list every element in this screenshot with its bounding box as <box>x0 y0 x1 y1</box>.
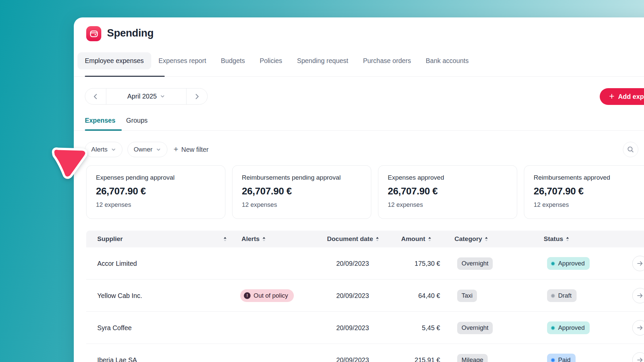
category-badge: Mileage <box>457 354 488 362</box>
tab-employee-expenses[interactable]: Employee expenses <box>77 52 151 69</box>
card-title: Reimbursements approved <box>534 174 644 181</box>
status-dot-icon <box>551 261 555 266</box>
exclamation-icon: ! <box>244 292 251 299</box>
card-title: Reimbursements pending approval <box>242 174 362 181</box>
category-badge: Overnight <box>457 322 493 334</box>
table-row[interactable]: Accor Limited 20/09/2023 175,30 € Overni… <box>86 247 644 280</box>
tab-budgets[interactable]: Budgets <box>214 52 253 69</box>
status-badge: Paid <box>547 354 576 362</box>
spending-app: Spending Employee expenses Expenses repo… <box>0 0 644 362</box>
open-row-cell <box>632 280 644 312</box>
card-reimbursements-approved[interactable]: Reimbursements approved 26,707.90 € 12 e… <box>524 165 644 219</box>
status-label: Paid <box>558 356 571 362</box>
sort-icon <box>485 237 488 241</box>
category-cell: Taxi <box>457 280 477 312</box>
tab-bank-accounts[interactable]: Bank accounts <box>418 52 476 69</box>
view-tabs: Expenses Groups <box>85 117 148 124</box>
sort-icon <box>428 237 431 241</box>
period-dropdown[interactable]: April 2025 <box>106 88 186 104</box>
summary-cards: Expenses pending approval 26,707.90 € 12… <box>86 165 644 219</box>
status-badge: Approved <box>547 321 590 334</box>
card-count: 12 expenses <box>534 201 644 208</box>
add-expense-button[interactable]: + Add expense <box>600 88 644 105</box>
column-label: Document date <box>327 235 373 243</box>
card-expenses-pending[interactable]: Expenses pending approval 26,707.90 € 12… <box>86 165 225 219</box>
document-date-cell: 20/09/2023 <box>314 344 369 362</box>
card-reimbursements-pending[interactable]: Reimbursements pending approval 26,707.9… <box>232 165 371 219</box>
open-row-cell <box>632 312 644 344</box>
page-title: Spending <box>107 27 154 39</box>
column-header-amount[interactable]: Amount <box>401 231 431 247</box>
column-label: Amount <box>401 235 425 243</box>
card-expenses-approved[interactable]: Expenses approved 26,707.90 € 12 expense… <box>378 165 517 219</box>
search-icon <box>627 146 634 153</box>
tab-spending-request[interactable]: Spending request <box>289 52 356 69</box>
nav-active-indicator <box>85 76 165 77</box>
column-header-supplier[interactable]: Supplier <box>97 231 123 247</box>
sort-icon <box>263 237 265 241</box>
card-count: 12 expenses <box>388 201 507 208</box>
wallet-icon <box>90 29 98 38</box>
out-of-policy-badge: ! Out of policy <box>240 289 294 302</box>
table-row[interactable]: Iberia Lae SA 20/09/2023 215,91 € Mileag… <box>86 344 644 362</box>
status-cell: Draft <box>547 280 577 312</box>
column-header-status[interactable]: Status <box>544 231 569 247</box>
column-header-category[interactable]: Category <box>454 231 488 247</box>
category-cell: Mileage <box>457 344 488 362</box>
column-label: Alerts <box>241 235 260 243</box>
alerts-filter[interactable]: Alerts <box>85 142 122 157</box>
owner-filter-label: Owner <box>134 146 153 153</box>
document-date-cell: 20/09/2023 <box>314 312 369 344</box>
open-row-cell <box>632 344 644 362</box>
status-label: Approved <box>558 260 585 267</box>
tab-policies[interactable]: Policies <box>252 52 289 69</box>
add-expense-label: Add expense <box>618 93 644 101</box>
status-dot-icon <box>551 358 555 362</box>
sort-icon <box>566 237 569 241</box>
tab-purchase-orders[interactable]: Purchase orders <box>356 52 418 69</box>
open-row-button[interactable] <box>632 352 644 362</box>
card-amount: 26,707.90 € <box>96 186 216 197</box>
search-button[interactable] <box>623 142 638 157</box>
filter-bar: Alerts Owner + New filter <box>85 142 209 157</box>
period-value: April 2025 <box>127 93 157 100</box>
table-row[interactable]: Yellow Cab Inc. ! Out of policy 20/09/20… <box>86 280 644 312</box>
chevron-down-icon <box>111 147 116 152</box>
previous-month-button[interactable] <box>85 88 106 104</box>
status-badge: Draft <box>547 289 577 302</box>
tab-expenses-report[interactable]: Expenses report <box>151 52 214 69</box>
view-active-indicator <box>85 129 122 131</box>
category-badge: Overnight <box>457 257 493 270</box>
supplier-cell: Syra Coffee <box>97 312 132 344</box>
category-cell: Overnight <box>457 312 493 344</box>
expenses-table: Supplier Alerts Document date Amount <box>86 231 644 362</box>
tab-expenses[interactable]: Expenses <box>85 117 115 124</box>
supplier-cell: Yellow Cab Inc. <box>97 280 142 312</box>
new-filter-button[interactable]: + New filter <box>174 146 209 154</box>
card-title: Expenses approved <box>388 174 507 181</box>
cursor-pointer-icon <box>50 147 87 181</box>
table-row[interactable]: Syra Coffee 20/09/2023 5,45 € Overnight … <box>86 312 644 344</box>
status-cell: Approved <box>547 247 590 280</box>
tab-groups[interactable]: Groups <box>126 117 148 124</box>
next-month-button[interactable] <box>186 88 207 104</box>
owner-filter[interactable]: Owner <box>127 142 167 157</box>
open-row-button[interactable] <box>632 320 644 336</box>
period-selector: April 2025 <box>85 88 208 105</box>
amount-cell: 64,40 € <box>381 280 440 312</box>
sort-icon[interactable] <box>224 231 226 247</box>
card-count: 12 expenses <box>96 201 216 208</box>
open-row-button[interactable] <box>632 256 644 271</box>
supplier-cell: Iberia Lae SA <box>97 344 137 362</box>
open-row-cell <box>632 247 644 280</box>
view-divider <box>74 130 644 131</box>
column-header-document-date[interactable]: Document date <box>327 231 379 247</box>
column-header-alerts[interactable]: Alerts <box>241 231 265 247</box>
amount-cell: 5,45 € <box>381 312 440 344</box>
sort-icon <box>376 237 379 241</box>
amount-cell: 215,91 € <box>381 344 440 362</box>
plus-icon: + <box>609 92 614 101</box>
document-date-cell: 20/09/2023 <box>314 280 369 312</box>
card-amount: 26,707.90 € <box>388 186 507 197</box>
open-row-button[interactable] <box>632 288 644 303</box>
